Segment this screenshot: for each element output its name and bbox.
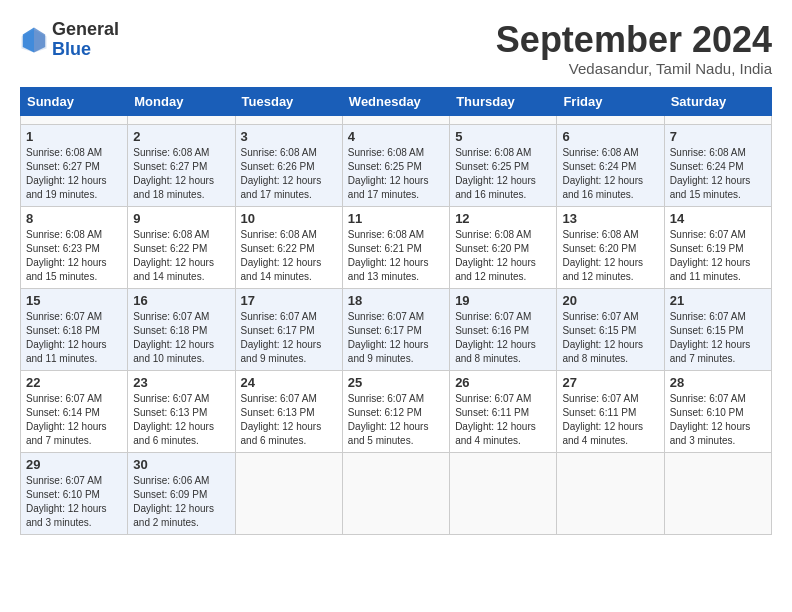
week-row-6: 29Sunrise: 6:07 AMSunset: 6:10 PMDayligh…	[21, 452, 772, 534]
calendar-cell: 14Sunrise: 6:07 AMSunset: 6:19 PMDayligh…	[664, 206, 771, 288]
day-info: Sunrise: 6:08 AMSunset: 6:23 PMDaylight:…	[26, 228, 122, 284]
day-number: 29	[26, 457, 122, 472]
calendar-cell: 4Sunrise: 6:08 AMSunset: 6:25 PMDaylight…	[342, 124, 449, 206]
day-number: 21	[670, 293, 766, 308]
day-number: 19	[455, 293, 551, 308]
day-info: Sunrise: 6:07 AMSunset: 6:10 PMDaylight:…	[26, 474, 122, 530]
day-number: 25	[348, 375, 444, 390]
column-header-friday: Friday	[557, 87, 664, 115]
day-info: Sunrise: 6:07 AMSunset: 6:14 PMDaylight:…	[26, 392, 122, 448]
day-info: Sunrise: 6:07 AMSunset: 6:13 PMDaylight:…	[133, 392, 229, 448]
column-header-sunday: Sunday	[21, 87, 128, 115]
day-number: 8	[26, 211, 122, 226]
calendar-cell	[235, 115, 342, 124]
calendar-cell: 27Sunrise: 6:07 AMSunset: 6:11 PMDayligh…	[557, 370, 664, 452]
day-number: 17	[241, 293, 337, 308]
day-info: Sunrise: 6:07 AMSunset: 6:11 PMDaylight:…	[455, 392, 551, 448]
day-number: 27	[562, 375, 658, 390]
day-info: Sunrise: 6:07 AMSunset: 6:11 PMDaylight:…	[562, 392, 658, 448]
day-number: 16	[133, 293, 229, 308]
day-number: 11	[348, 211, 444, 226]
calendar-cell: 29Sunrise: 6:07 AMSunset: 6:10 PMDayligh…	[21, 452, 128, 534]
calendar-cell: 3Sunrise: 6:08 AMSunset: 6:26 PMDaylight…	[235, 124, 342, 206]
day-info: Sunrise: 6:07 AMSunset: 6:18 PMDaylight:…	[26, 310, 122, 366]
day-number: 20	[562, 293, 658, 308]
day-info: Sunrise: 6:07 AMSunset: 6:17 PMDaylight:…	[241, 310, 337, 366]
calendar-cell	[557, 115, 664, 124]
week-row-3: 8Sunrise: 6:08 AMSunset: 6:23 PMDaylight…	[21, 206, 772, 288]
day-info: Sunrise: 6:08 AMSunset: 6:24 PMDaylight:…	[562, 146, 658, 202]
day-info: Sunrise: 6:08 AMSunset: 6:27 PMDaylight:…	[133, 146, 229, 202]
day-info: Sunrise: 6:08 AMSunset: 6:24 PMDaylight:…	[670, 146, 766, 202]
calendar-cell: 9Sunrise: 6:08 AMSunset: 6:22 PMDaylight…	[128, 206, 235, 288]
column-header-wednesday: Wednesday	[342, 87, 449, 115]
calendar-cell: 24Sunrise: 6:07 AMSunset: 6:13 PMDayligh…	[235, 370, 342, 452]
day-number: 18	[348, 293, 444, 308]
calendar-cell	[128, 115, 235, 124]
day-number: 3	[241, 129, 337, 144]
calendar: SundayMondayTuesdayWednesdayThursdayFrid…	[20, 87, 772, 535]
day-info: Sunrise: 6:08 AMSunset: 6:25 PMDaylight:…	[348, 146, 444, 202]
day-number: 4	[348, 129, 444, 144]
day-info: Sunrise: 6:08 AMSunset: 6:26 PMDaylight:…	[241, 146, 337, 202]
day-info: Sunrise: 6:07 AMSunset: 6:18 PMDaylight:…	[133, 310, 229, 366]
calendar-cell: 22Sunrise: 6:07 AMSunset: 6:14 PMDayligh…	[21, 370, 128, 452]
day-info: Sunrise: 6:07 AMSunset: 6:19 PMDaylight:…	[670, 228, 766, 284]
calendar-cell: 2Sunrise: 6:08 AMSunset: 6:27 PMDaylight…	[128, 124, 235, 206]
calendar-cell	[664, 452, 771, 534]
day-info: Sunrise: 6:08 AMSunset: 6:27 PMDaylight:…	[26, 146, 122, 202]
logo: General Blue	[20, 20, 119, 60]
calendar-header-row: SundayMondayTuesdayWednesdayThursdayFrid…	[21, 87, 772, 115]
calendar-cell	[450, 452, 557, 534]
day-number: 10	[241, 211, 337, 226]
day-number: 12	[455, 211, 551, 226]
calendar-cell: 21Sunrise: 6:07 AMSunset: 6:15 PMDayligh…	[664, 288, 771, 370]
calendar-cell: 20Sunrise: 6:07 AMSunset: 6:15 PMDayligh…	[557, 288, 664, 370]
calendar-cell: 26Sunrise: 6:07 AMSunset: 6:11 PMDayligh…	[450, 370, 557, 452]
calendar-cell: 25Sunrise: 6:07 AMSunset: 6:12 PMDayligh…	[342, 370, 449, 452]
day-number: 26	[455, 375, 551, 390]
day-number: 13	[562, 211, 658, 226]
title-area: September 2024 Vedasandur, Tamil Nadu, I…	[496, 20, 772, 77]
week-row-4: 15Sunrise: 6:07 AMSunset: 6:18 PMDayligh…	[21, 288, 772, 370]
day-info: Sunrise: 6:07 AMSunset: 6:15 PMDaylight:…	[562, 310, 658, 366]
day-number: 24	[241, 375, 337, 390]
day-info: Sunrise: 6:08 AMSunset: 6:21 PMDaylight:…	[348, 228, 444, 284]
day-number: 22	[26, 375, 122, 390]
calendar-cell: 7Sunrise: 6:08 AMSunset: 6:24 PMDaylight…	[664, 124, 771, 206]
calendar-cell	[235, 452, 342, 534]
column-header-monday: Monday	[128, 87, 235, 115]
calendar-cell: 30Sunrise: 6:06 AMSunset: 6:09 PMDayligh…	[128, 452, 235, 534]
calendar-cell	[557, 452, 664, 534]
day-number: 23	[133, 375, 229, 390]
day-info: Sunrise: 6:07 AMSunset: 6:10 PMDaylight:…	[670, 392, 766, 448]
calendar-cell: 10Sunrise: 6:08 AMSunset: 6:22 PMDayligh…	[235, 206, 342, 288]
logo-icon	[20, 26, 48, 54]
calendar-cell: 12Sunrise: 6:08 AMSunset: 6:20 PMDayligh…	[450, 206, 557, 288]
week-row-5: 22Sunrise: 6:07 AMSunset: 6:14 PMDayligh…	[21, 370, 772, 452]
day-number: 9	[133, 211, 229, 226]
day-info: Sunrise: 6:07 AMSunset: 6:16 PMDaylight:…	[455, 310, 551, 366]
calendar-cell: 23Sunrise: 6:07 AMSunset: 6:13 PMDayligh…	[128, 370, 235, 452]
calendar-cell: 11Sunrise: 6:08 AMSunset: 6:21 PMDayligh…	[342, 206, 449, 288]
day-info: Sunrise: 6:08 AMSunset: 6:20 PMDaylight:…	[455, 228, 551, 284]
day-info: Sunrise: 6:07 AMSunset: 6:13 PMDaylight:…	[241, 392, 337, 448]
calendar-cell: 19Sunrise: 6:07 AMSunset: 6:16 PMDayligh…	[450, 288, 557, 370]
calendar-cell: 17Sunrise: 6:07 AMSunset: 6:17 PMDayligh…	[235, 288, 342, 370]
calendar-cell: 6Sunrise: 6:08 AMSunset: 6:24 PMDaylight…	[557, 124, 664, 206]
calendar-cell	[450, 115, 557, 124]
calendar-cell	[664, 115, 771, 124]
day-number: 7	[670, 129, 766, 144]
day-info: Sunrise: 6:07 AMSunset: 6:15 PMDaylight:…	[670, 310, 766, 366]
logo-text: General Blue	[52, 20, 119, 60]
day-info: Sunrise: 6:08 AMSunset: 6:22 PMDaylight:…	[133, 228, 229, 284]
day-info: Sunrise: 6:07 AMSunset: 6:12 PMDaylight:…	[348, 392, 444, 448]
week-row-2: 1Sunrise: 6:08 AMSunset: 6:27 PMDaylight…	[21, 124, 772, 206]
header: General Blue September 2024 Vedasandur, …	[20, 20, 772, 77]
day-info: Sunrise: 6:08 AMSunset: 6:20 PMDaylight:…	[562, 228, 658, 284]
day-number: 1	[26, 129, 122, 144]
day-number: 30	[133, 457, 229, 472]
month-title: September 2024	[496, 20, 772, 60]
calendar-cell: 8Sunrise: 6:08 AMSunset: 6:23 PMDaylight…	[21, 206, 128, 288]
calendar-cell: 13Sunrise: 6:08 AMSunset: 6:20 PMDayligh…	[557, 206, 664, 288]
